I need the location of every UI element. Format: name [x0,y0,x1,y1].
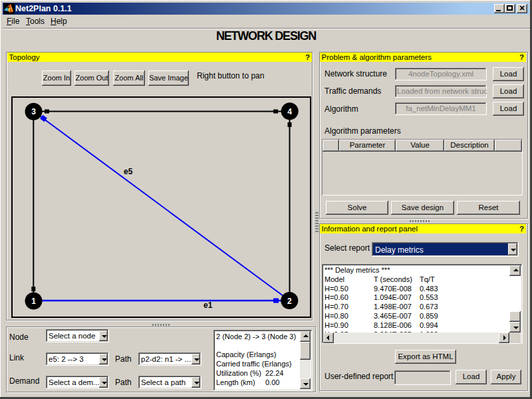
svg-text:e5: e5 [124,167,133,176]
svg-text:3: 3 [31,107,36,116]
svg-text:1: 1 [31,297,36,306]
svg-text:2: 2 [287,297,292,306]
svg-text:e1: e1 [203,301,213,310]
svg-text:4: 4 [287,107,292,116]
